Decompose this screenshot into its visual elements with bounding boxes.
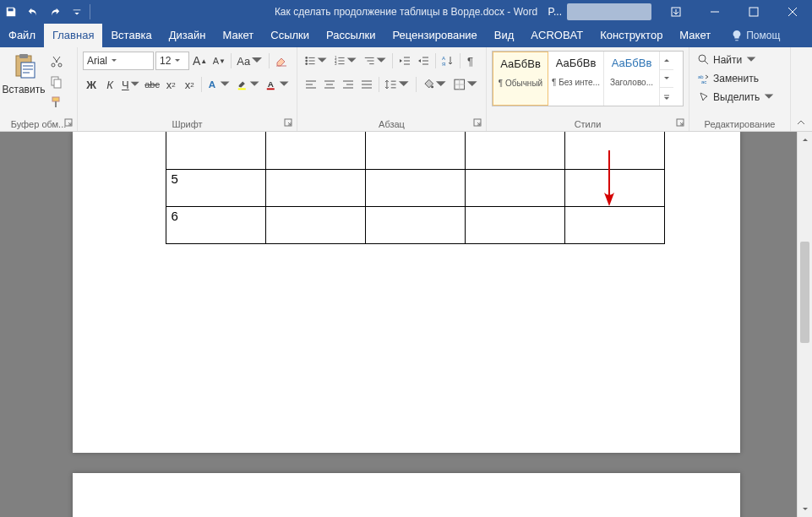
group-clipboard: Вставить Буфер обм... [0, 47, 78, 131]
grow-font-button[interactable]: A▲ [191, 52, 209, 70]
format-painter-button[interactable] [49, 95, 64, 110]
font-color-button[interactable]: A [264, 75, 292, 94]
highlight-button[interactable] [235, 75, 263, 94]
minimize-button[interactable] [695, 0, 734, 24]
line-spacing-button[interactable] [383, 75, 412, 94]
qat-customize-button[interactable] [66, 0, 88, 24]
tab-mailings[interactable]: Рассылки [318, 24, 384, 47]
tab-view[interactable]: Вид [486, 24, 523, 47]
maximize-button[interactable] [734, 0, 773, 24]
style-normal[interactable]: АаБбВв ¶ Обычный [493, 52, 548, 106]
sort-button[interactable]: AЯ [439, 52, 456, 70]
superscript-button[interactable]: x2 [181, 75, 198, 94]
close-button[interactable] [773, 0, 812, 24]
svg-text:A: A [209, 79, 216, 90]
svg-rect-7 [21, 63, 35, 78]
decrease-indent-button[interactable] [396, 52, 413, 70]
tab-layout[interactable]: Макет [214, 24, 262, 47]
gallery-more-button[interactable] [660, 88, 673, 106]
style-heading1[interactable]: АаБбВв Заголово... [604, 52, 660, 106]
tab-table-layout[interactable]: Макет [671, 24, 719, 47]
tab-review[interactable]: Рецензирование [384, 24, 485, 47]
borders-button[interactable] [451, 75, 481, 94]
tell-me-input[interactable]: Помощ [722, 24, 788, 47]
table-row[interactable] [166, 132, 664, 169]
user-initial[interactable]: P... [548, 6, 562, 18]
scroll-up-button[interactable] [798, 132, 812, 147]
page-1[interactable]: 5 6 [73, 132, 740, 453]
justify-button[interactable] [358, 75, 375, 94]
chevron-down-icon [219, 78, 231, 91]
numbering-button[interactable]: 123 [332, 52, 360, 70]
tab-references[interactable]: Ссылки [262, 24, 318, 47]
font-dialog-launcher[interactable] [284, 117, 294, 128]
strikethrough-button[interactable]: abc [144, 75, 161, 94]
tab-acrobat[interactable]: ACROBAT [522, 24, 591, 47]
chevron-down-icon [316, 54, 328, 68]
subscript-button[interactable]: x2 [162, 75, 179, 94]
svg-point-22 [305, 60, 308, 63]
user-badge[interactable] [567, 3, 651, 20]
multilevel-list-button[interactable] [362, 52, 390, 70]
gallery-down-button[interactable] [660, 70, 673, 89]
gallery-up-button[interactable] [660, 52, 673, 70]
shading-button[interactable] [420, 75, 450, 94]
change-case-button[interactable]: Aa [235, 52, 265, 70]
tab-table-design[interactable]: Конструктор [591, 24, 671, 47]
bullets-icon [304, 54, 316, 68]
tab-insert[interactable]: Вставка [102, 24, 160, 47]
collapse-ribbon-button[interactable] [792, 116, 810, 129]
bullets-button[interactable] [302, 52, 330, 70]
page-2[interactable]: 7 8 [73, 473, 740, 517]
select-button[interactable]: Выделить [695, 88, 785, 106]
document-area[interactable]: 5 6 7 8 [0, 132, 812, 517]
replace-button[interactable]: abac Заменить [695, 69, 785, 88]
cut-button[interactable] [49, 54, 64, 69]
multilevel-icon [363, 54, 375, 68]
text-effects-button[interactable]: A [205, 75, 233, 94]
underline-button[interactable]: Ч [120, 75, 142, 94]
clipboard-dialog-launcher[interactable] [64, 117, 74, 128]
styles-dialog-launcher[interactable] [676, 117, 686, 128]
chevron-down-icon [397, 78, 411, 91]
style-no-spacing[interactable]: АаБбВв ¶ Без инте... [548, 52, 604, 106]
font-name-combo[interactable]: Arial [83, 52, 154, 70]
svg-point-59 [431, 85, 433, 88]
bold-button[interactable]: Ж [83, 75, 100, 94]
table-row[interactable]: 6 [166, 206, 664, 243]
separator [201, 77, 202, 92]
svg-point-8 [52, 63, 55, 67]
group-label-font: Шрифт [78, 119, 297, 129]
svg-text:¶: ¶ [467, 55, 473, 68]
scroll-down-button[interactable] [798, 502, 812, 517]
title-bar: Как сделать продолжение таблицы в Ворде.… [0, 0, 812, 24]
svg-point-20 [305, 57, 308, 59]
vertical-scrollbar[interactable] [797, 132, 812, 517]
shrink-font-button[interactable]: A▼ [210, 52, 227, 70]
align-center-button[interactable] [321, 75, 338, 94]
tab-design[interactable]: Дизайн [161, 24, 215, 47]
text-effects-icon: A [207, 78, 219, 91]
svg-text:ac: ac [701, 79, 706, 84]
undo-button[interactable] [22, 0, 44, 24]
styles-gallery[interactable]: АаБбВв ¶ Обычный АаБбВв ¶ Без инте... Аа… [492, 51, 684, 106]
paragraph-dialog-launcher[interactable] [473, 117, 483, 128]
find-button[interactable]: Найти [695, 51, 785, 69]
table-1[interactable]: 5 6 [166, 132, 665, 244]
paste-button[interactable]: Вставить [5, 51, 44, 95]
increase-indent-button[interactable] [415, 52, 432, 70]
ribbon-options-button[interactable] [657, 0, 695, 24]
clear-formatting-button[interactable] [273, 52, 290, 70]
tab-home[interactable]: Главная [44, 24, 102, 47]
tab-file[interactable]: Файл [0, 24, 44, 47]
table-row[interactable]: 5 [166, 169, 664, 206]
copy-button[interactable] [49, 74, 64, 90]
align-right-button[interactable] [340, 75, 357, 94]
redo-button[interactable] [44, 0, 66, 24]
align-left-button[interactable] [302, 75, 319, 94]
show-marks-button[interactable]: ¶ [464, 52, 481, 70]
save-button[interactable] [0, 0, 22, 24]
italic-button[interactable]: К [101, 75, 118, 94]
font-size-combo[interactable]: 12 [155, 52, 189, 70]
scroll-thumb[interactable] [800, 242, 809, 343]
